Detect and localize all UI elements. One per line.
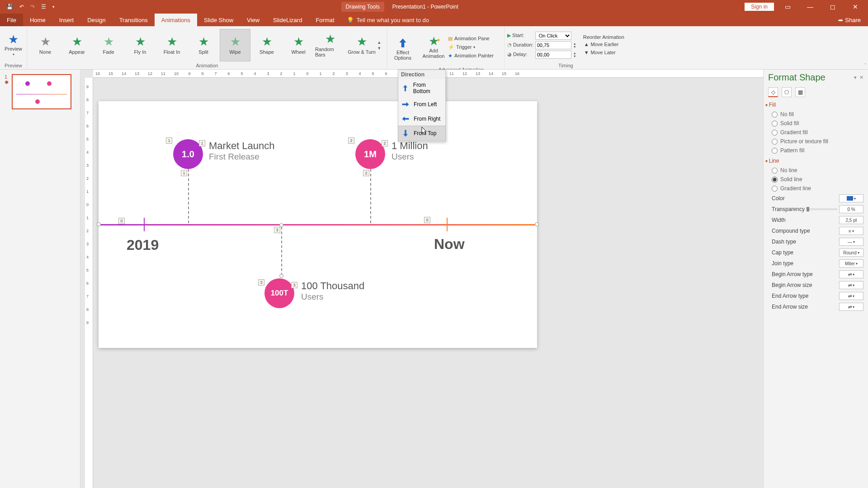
option-from-right[interactable]: From Right	[398, 112, 445, 126]
delay-spinner[interactable]: ▲▼	[573, 52, 580, 58]
close-icon[interactable]: ✕	[846, 3, 864, 10]
badge-ev2[interactable]: 1M	[355, 139, 385, 169]
anim-fade[interactable]: ★Fade	[93, 29, 124, 61]
gradient-fill-radio[interactable]: Gradient fill	[768, 128, 863, 137]
duration-input[interactable]	[535, 41, 571, 49]
tab-slideshow[interactable]: Slide Show	[197, 14, 240, 26]
compound-select[interactable]: ≡	[839, 227, 863, 235]
end-arrow-type-select[interactable]: ⇄	[839, 292, 863, 300]
undo-icon[interactable]: ↶	[19, 4, 24, 10]
sign-in-button[interactable]: Sign in	[745, 3, 774, 11]
gallery-more-button[interactable]: ▴▾	[378, 39, 384, 51]
anim-order-tag[interactable]: 3	[258, 279, 264, 286]
anim-order-tag[interactable]: 1	[199, 140, 205, 146]
pane-menu-icon[interactable]: ▾	[854, 75, 857, 80]
tab-slidelizard[interactable]: SlideLizard	[266, 14, 309, 26]
color-picker[interactable]	[839, 194, 863, 202]
anim-order-tag[interactable]: 0	[118, 218, 125, 224]
size-tab-icon[interactable]: ▦	[795, 87, 805, 97]
option-from-bottom[interactable]: From Bottom	[398, 79, 445, 97]
add-animation-button[interactable]: ★✦ Add Animation	[421, 28, 446, 66]
solid-line-radio[interactable]: Solid line	[768, 175, 863, 184]
width-input[interactable]: 2,5 pt	[839, 216, 863, 224]
fill-line-tab-icon[interactable]: ◇	[768, 87, 778, 97]
tab-transitions[interactable]: Transitions	[113, 14, 155, 26]
start-select[interactable]: On Click	[535, 32, 571, 40]
selection-handle[interactable]	[97, 222, 101, 226]
line-section-header[interactable]: Line	[765, 158, 863, 164]
trigger-button[interactable]: ⚡Trigger ▾	[447, 43, 501, 51]
tab-design[interactable]: Design	[80, 14, 112, 26]
gradient-line-radio[interactable]: Gradient line	[768, 184, 863, 193]
animation-pane-button[interactable]: ▤Animation Pane	[447, 35, 501, 42]
connector-handle[interactable]	[279, 274, 283, 278]
end-arrow-size-select[interactable]: ⇄	[839, 303, 863, 311]
anim-grow[interactable]: ★Grow & Turn	[346, 29, 377, 61]
effects-tab-icon[interactable]: ⬠	[782, 87, 792, 97]
solid-fill-radio[interactable]: Solid fill	[768, 119, 863, 128]
tab-insert[interactable]: Insert	[52, 14, 81, 26]
tab-file[interactable]: File	[0, 14, 23, 26]
slide-canvas[interactable]: 0 0 2019 Now 1.0 Market Launch First Rel…	[99, 101, 537, 348]
tab-format[interactable]: Format	[309, 14, 341, 26]
join-select[interactable]: Miter	[839, 259, 863, 267]
touchmode-icon[interactable]: ☰	[41, 4, 46, 10]
anim-none[interactable]: ★None	[30, 29, 61, 61]
duration-spinner[interactable]: ▲▼	[573, 42, 580, 48]
anim-flyin[interactable]: ★Fly In	[125, 29, 156, 61]
cap-select[interactable]: Round	[839, 249, 863, 257]
tab-home[interactable]: Home	[23, 14, 52, 26]
qat-more-icon[interactable]: ▾	[52, 5, 55, 9]
collapse-ribbon-icon[interactable]: ˇ	[865, 63, 866, 68]
transparency-slider[interactable]	[807, 208, 837, 210]
delay-input[interactable]	[535, 51, 571, 59]
effect-options-button[interactable]: Effect Options	[390, 30, 415, 68]
no-line-radio[interactable]: No line	[768, 166, 863, 175]
animation-painter-button[interactable]: ★Animation Painter	[447, 52, 501, 60]
move-later-button[interactable]: ▼Move Later	[583, 49, 624, 56]
slide-thumbnail-1[interactable]	[12, 74, 71, 109]
begin-arrow-size-select[interactable]: ⇄	[839, 281, 863, 289]
selection-handle[interactable]	[535, 222, 539, 226]
picture-fill-radio[interactable]: Picture or texture fill	[768, 137, 863, 146]
pattern-fill-radio[interactable]: Pattern fill	[768, 146, 863, 155]
anim-order-tag[interactable]: 3	[291, 282, 297, 288]
effect-options-label: Effect Options	[394, 50, 411, 61]
tab-animations[interactable]: Animations	[155, 14, 197, 26]
anim-order-tag[interactable]: 1	[181, 170, 187, 176]
transparency-input[interactable]: 0 %	[839, 205, 863, 213]
anim-wheel[interactable]: ★Wheel	[283, 29, 314, 61]
tab-view[interactable]: View	[240, 14, 266, 26]
anim-order-tag[interactable]: 2	[348, 137, 354, 144]
anim-random[interactable]: ★Random Bars	[315, 29, 345, 61]
anim-floatin[interactable]: ★Float In	[156, 29, 187, 61]
anim-order-tag[interactable]: 2	[363, 170, 369, 176]
minimize-icon[interactable]: —	[801, 3, 819, 10]
anim-wipe[interactable]: ★Wipe	[220, 29, 250, 61]
start-label: Start:	[512, 33, 524, 38]
fill-section-header[interactable]: Fill	[765, 102, 863, 108]
option-from-left[interactable]: From Left	[398, 97, 445, 112]
pane-close-icon[interactable]: ✕	[859, 75, 863, 80]
timeline-axis[interactable]	[99, 224, 537, 225]
maximize-icon[interactable]: ◻	[824, 3, 842, 10]
anim-shape[interactable]: ★Shape	[251, 29, 282, 61]
move-earlier-button[interactable]: ▲Move Earlier	[583, 41, 624, 48]
anim-order-tag[interactable]: 0	[424, 217, 430, 223]
no-fill-radio[interactable]: No fill	[768, 110, 863, 119]
anim-order-tag[interactable]: 3	[274, 227, 280, 233]
anim-order-tag[interactable]: 2	[382, 140, 388, 146]
save-icon[interactable]: 💾	[6, 4, 13, 10]
anim-split[interactable]: ★Split	[188, 29, 219, 61]
anim-appear[interactable]: ★Appear	[61, 29, 92, 61]
dash-select[interactable]: —	[839, 238, 863, 246]
preview-button[interactable]: ★ Preview ▾	[3, 33, 24, 56]
redo-icon[interactable]: ↷	[30, 4, 35, 10]
share-button[interactable]: ➦ Share	[838, 14, 868, 26]
ribbon-options-icon[interactable]: ▭	[778, 3, 797, 10]
anim-order-tag[interactable]: 1	[166, 137, 172, 144]
tell-me-search[interactable]: 💡 Tell me what you want to do	[341, 14, 429, 26]
begin-arrow-type-select[interactable]: ⇄	[839, 270, 863, 278]
preview-label: Preview	[5, 46, 22, 52]
badge-ev3[interactable]: 100T	[264, 278, 294, 308]
